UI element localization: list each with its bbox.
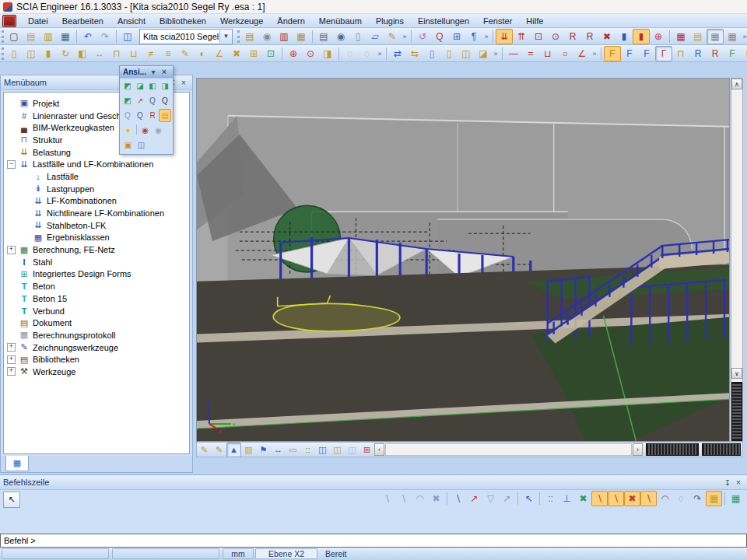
command-input[interactable]: Befehl > xyxy=(0,534,747,548)
snap-tangent-button[interactable]: ◠ xyxy=(657,491,673,506)
tree-item-beton-15[interactable]: T Beton 15 xyxy=(4,292,189,305)
fe-mesh-grid-button[interactable]: ⊞ xyxy=(448,29,465,44)
print-preview-button[interactable]: ◉ xyxy=(332,29,349,44)
new-project-button[interactable]: ▢ xyxy=(5,29,23,44)
scrollbar-thumb[interactable] xyxy=(731,382,742,441)
window-settings-button[interactable]: ◫ xyxy=(330,443,345,457)
export-document-button[interactable]: ▱ xyxy=(366,29,384,44)
snap-orthogonal-button[interactable]: ∖ xyxy=(640,491,657,506)
scroll-up-icon[interactable]: ∧ xyxy=(731,79,742,89)
dimension-line-button[interactable]: — xyxy=(505,46,522,61)
toolbar-overflow[interactable]: » xyxy=(376,47,384,61)
load-display-5-button[interactable]: ⊓ xyxy=(672,46,689,61)
show-loads-button[interactable]: ⇊ xyxy=(496,29,513,44)
label-box-button[interactable]: ▭ xyxy=(286,443,300,457)
close-icon[interactable]: × xyxy=(178,77,189,88)
panel-tab-menubaum[interactable]: ▦ xyxy=(5,456,29,471)
select-line-2-button[interactable]: ∖ xyxy=(395,491,412,506)
menu-bibliotheken[interactable]: Bibliotheken xyxy=(153,15,213,27)
snap-mode-1-button[interactable]: ∖ xyxy=(450,491,466,506)
save-all-button[interactable]: ▦ xyxy=(57,29,74,44)
view-state-2-button[interactable]: ▦ xyxy=(724,29,741,44)
project-manager-button[interactable]: ◫ xyxy=(119,29,136,44)
zoom-window-button[interactable]: Q xyxy=(121,109,134,122)
snap-mode-2-button[interactable]: ↗ xyxy=(466,491,482,506)
snap-arc-button[interactable]: ↷ xyxy=(689,491,706,506)
tree-item-lf-kombinationen[interactable]: ⇊ LF-Kombinationen xyxy=(4,195,189,208)
paste-props-3-button[interactable]: ◫ xyxy=(458,46,475,61)
image-gallery-button[interactable]: ◉ xyxy=(258,29,275,44)
paste-props-1-button[interactable]: ▯ xyxy=(423,46,440,61)
show-model-button[interactable]: ▮ xyxy=(615,29,633,44)
tree-expander[interactable]: + xyxy=(7,355,16,364)
fillet-button[interactable]: ◐ xyxy=(194,46,211,61)
open-project-button[interactable]: ▤ xyxy=(23,29,40,44)
axo-view-2-button[interactable]: ◪ xyxy=(134,79,146,93)
dimension-angle-button[interactable]: ∠ xyxy=(573,46,591,61)
tree-item-stahlbeton-lfk[interactable]: ⇊ Stahlbeton-LFK xyxy=(4,219,189,232)
load-display-6-button[interactable]: R xyxy=(689,46,707,61)
mesh-nodes-button[interactable]: :: xyxy=(300,443,315,457)
zoom-selection-button[interactable]: R xyxy=(146,109,159,122)
move-rotate-button[interactable]: ↺ xyxy=(414,29,431,44)
label-abc-button[interactable]: ↔ xyxy=(271,443,286,457)
window-grid-button[interactable]: ⊞ xyxy=(359,443,374,457)
tree-expander[interactable]: − xyxy=(7,160,16,169)
transfer-2-button[interactable]: ⇆ xyxy=(406,46,423,61)
rotate-member-button[interactable]: ↻ xyxy=(57,46,74,61)
snap-midpoint-button[interactable]: ∖ xyxy=(608,491,624,506)
load-display-2-button[interactable]: F xyxy=(621,46,638,61)
align-nodes-2-button[interactable]: ◌ xyxy=(359,46,376,61)
paste-props-2-button[interactable]: ▯ xyxy=(440,46,458,61)
zoom-in-button[interactable]: Q xyxy=(159,94,171,107)
open-layer-button[interactable]: ▤ xyxy=(689,29,707,44)
tree-item-verbund[interactable]: T Verbund xyxy=(4,305,189,317)
snap-center-button[interactable]: ◌ xyxy=(673,491,689,506)
scroll-right-icon[interactable]: › xyxy=(633,443,643,456)
save-project-button[interactable]: ▥ xyxy=(40,29,57,44)
polyline-edit-button[interactable]: ✎ xyxy=(177,46,194,61)
close-icon[interactable]: × xyxy=(159,67,170,78)
load-display-1-button[interactable]: F xyxy=(604,46,621,61)
chamfer-button[interactable]: ∠ xyxy=(211,46,228,61)
extend-button[interactable]: ⊔ xyxy=(125,46,142,61)
render-wireframe-button[interactable]: ✎ xyxy=(197,443,212,457)
undo-button[interactable]: ↶ xyxy=(79,29,96,44)
viewport-3d-scene[interactable]: z y x xyxy=(196,78,730,442)
toolbar-grip[interactable] xyxy=(2,30,4,43)
toolbar-overflow[interactable]: » xyxy=(492,47,500,61)
view-settings-button[interactable]: ▣ xyxy=(121,138,135,152)
selection-pointer-button[interactable]: ↖ xyxy=(3,492,20,508)
paste-props-4-button[interactable]: ◪ xyxy=(475,46,492,61)
close-icon[interactable]: × xyxy=(733,477,744,488)
clip-box-button[interactable]: ▤ xyxy=(159,109,171,122)
modify-surface-button[interactable]: ◨ xyxy=(319,46,336,61)
show-supports-button[interactable]: ⇈ xyxy=(513,29,530,44)
transfer-1-button[interactable]: ⇄ xyxy=(389,46,406,61)
dimension-bracket-button[interactable]: ⊔ xyxy=(539,46,556,61)
menu-menuebaum[interactable]: Menübaum xyxy=(312,15,369,27)
saved-views-button[interactable]: ◉ xyxy=(152,124,165,137)
tree-item-bibliotheken[interactable]: + ▤ Bibliotheken xyxy=(4,353,189,366)
zoom-all-button[interactable]: Q xyxy=(134,109,146,122)
cursor-snap-button[interactable]: ↖ xyxy=(521,491,537,506)
tree-expander[interactable]: + xyxy=(7,246,16,254)
show-levels-button[interactable]: ▥ xyxy=(241,443,256,457)
coords-table-button[interactable]: ▦ xyxy=(728,491,744,506)
active-project-combo[interactable]: Kita scia2010 Segel ▼ xyxy=(139,29,233,44)
snap-table-button[interactable]: ▦ xyxy=(706,491,722,506)
new-3d-window-button[interactable]: ◫ xyxy=(135,138,148,152)
tree-item-berechnungsprotokoll[interactable]: ▦ Berechnungsprotokoll xyxy=(4,329,189,341)
menu-plugins[interactable]: Plugins xyxy=(369,15,411,27)
trim-button[interactable]: ⊓ xyxy=(108,46,125,61)
scroll-left-icon[interactable]: ‹ xyxy=(374,443,384,456)
tree-item-ergebnisklassen[interactable]: ▦ Ergebnisklassen xyxy=(4,232,189,244)
print-button[interactable]: ▤ xyxy=(315,29,332,44)
view-palette-header[interactable]: Ansi... ▾ × xyxy=(120,66,173,79)
toolbar-overflow[interactable]: » xyxy=(482,30,490,44)
snap-mode-3-button[interactable]: ▽ xyxy=(482,491,499,506)
hide-parts-button[interactable]: ✖ xyxy=(598,29,615,44)
toolbar-overflow[interactable]: » xyxy=(741,30,747,44)
grid-lines-button[interactable]: ⊥ xyxy=(559,491,575,506)
select-arc-button[interactable]: ◠ xyxy=(412,491,428,506)
